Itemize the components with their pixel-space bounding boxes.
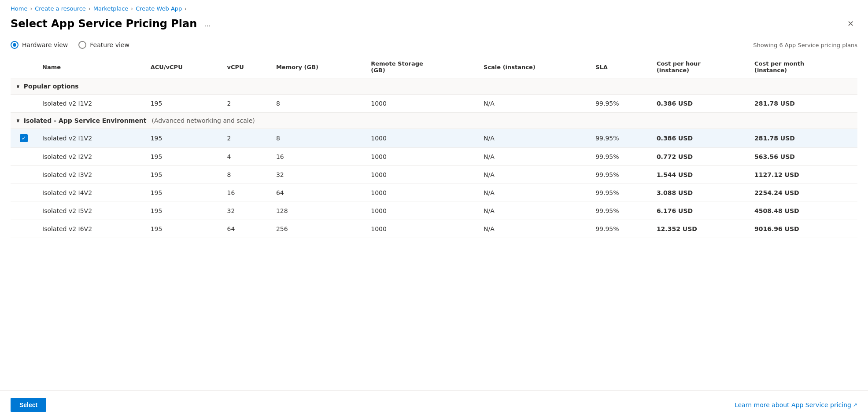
cell-vcpu: 2	[222, 129, 271, 148]
cell-memory: 256	[271, 220, 366, 238]
select-button[interactable]: Select	[11, 398, 46, 412]
page-title: Select App Service Pricing Plan ...	[11, 18, 213, 30]
cell-memory: 64	[271, 184, 366, 202]
col-acu: ACU/vCPU	[145, 56, 222, 78]
table-row[interactable]: Isolated v2 I6V2195642561000N/A99.95%12.…	[11, 220, 857, 238]
cell-acu: 195	[145, 166, 222, 184]
cell-acu: 195	[145, 148, 222, 166]
close-button[interactable]: ✕	[844, 17, 857, 30]
feature-view-option[interactable]: Feature view	[78, 41, 129, 49]
table-body: ∨Popular optionsIsolated v2 I1V219528100…	[11, 78, 857, 238]
view-toggle-row: Hardware view Feature view Showing 6 App…	[0, 37, 868, 56]
cell-cost-hour: 3.088 USD	[651, 184, 749, 202]
cell-remote-storage: 1000	[366, 148, 478, 166]
cell-memory: 128	[271, 202, 366, 220]
cell-cost-month: 281.78 USD	[749, 129, 857, 148]
cell-acu: 195	[145, 202, 222, 220]
cell-vcpu: 8	[222, 166, 271, 184]
ellipsis-button[interactable]: ...	[201, 18, 213, 29]
cell-cost-month: 1127.12 USD	[749, 166, 857, 184]
row-checkbox-1-2[interactable]	[11, 166, 37, 184]
table-row[interactable]: Isolated v2 I4V219516641000N/A99.95%3.08…	[11, 184, 857, 202]
row-checkbox-1-3[interactable]	[11, 184, 37, 202]
section-header-popular: ∨Popular options	[11, 78, 857, 95]
page-title-text: Select App Service Pricing Plan	[11, 18, 197, 30]
row-checkbox-0-0[interactable]	[11, 95, 37, 113]
cell-sla: 99.95%	[590, 220, 651, 238]
cell-memory: 8	[271, 129, 366, 148]
breadcrumb-sep-4: ›	[185, 6, 187, 12]
cell-vcpu: 32	[222, 202, 271, 220]
cell-scale: N/A	[478, 166, 590, 184]
row-checkbox-1-0[interactable]: ✓	[11, 129, 37, 148]
cell-scale: N/A	[478, 95, 590, 113]
breadcrumb-sep-2: ›	[89, 6, 91, 12]
table-row[interactable]: ✓Isolated v2 I1V2195281000N/A99.95%0.386…	[11, 129, 857, 148]
breadcrumb-create-web-app[interactable]: Create Web App	[136, 5, 182, 12]
row-checkbox-1-5[interactable]	[11, 220, 37, 238]
cell-acu: 195	[145, 184, 222, 202]
col-cost-hour: Cost per hour(instance)	[651, 56, 749, 78]
table-header: Name ACU/vCPU vCPU Memory (GB) Remote St…	[11, 56, 857, 78]
breadcrumb-create-resource[interactable]: Create a resource	[35, 5, 86, 12]
breadcrumb-sep-1: ›	[30, 6, 32, 12]
section-subtitle-isolated: (Advanced networking and scale)	[151, 117, 255, 124]
table-row[interactable]: Isolated v2 I3V21958321000N/A99.95%1.544…	[11, 166, 857, 184]
cell-sla: 99.95%	[590, 184, 651, 202]
cell-scale: N/A	[478, 202, 590, 220]
table-row[interactable]: Isolated v2 I1V2195281000N/A99.95%0.386 …	[11, 95, 857, 113]
cell-scale: N/A	[478, 148, 590, 166]
hardware-view-label: Hardware view	[22, 41, 68, 48]
cell-name: Isolated v2 I2V2	[37, 148, 145, 166]
section-label-isolated: Isolated - App Service Environment	[24, 117, 147, 124]
feature-view-radio[interactable]	[78, 41, 86, 49]
cell-sla: 99.95%	[590, 95, 651, 113]
table-header-row: Name ACU/vCPU vCPU Memory (GB) Remote St…	[11, 56, 857, 78]
section-chevron-isolated[interactable]: ∨	[16, 118, 20, 124]
cell-vcpu: 4	[222, 148, 271, 166]
pricing-table-container: Name ACU/vCPU vCPU Memory (GB) Remote St…	[0, 56, 868, 238]
page-container: Home › Create a resource › Marketplace ›…	[0, 0, 868, 419]
section-label-popular: Popular options	[24, 83, 79, 90]
breadcrumb: Home › Create a resource › Marketplace ›…	[0, 0, 868, 15]
breadcrumb-marketplace[interactable]: Marketplace	[93, 5, 129, 12]
breadcrumb-home[interactable]: Home	[11, 5, 27, 12]
cell-cost-hour: 12.352 USD	[651, 220, 749, 238]
learn-more-link[interactable]: Learn more about App Service pricing ↗	[735, 401, 857, 408]
showing-count: Showing 6 App Service pricing plans	[753, 42, 857, 48]
cell-memory: 32	[271, 166, 366, 184]
cell-cost-hour: 0.386 USD	[651, 95, 749, 113]
checkbox-checked-icon: ✓	[20, 134, 28, 142]
cell-acu: 195	[145, 129, 222, 148]
cell-sla: 99.95%	[590, 129, 651, 148]
hardware-view-option[interactable]: Hardware view	[11, 41, 68, 49]
header: Select App Service Pricing Plan ... ✕	[0, 15, 868, 37]
cell-cost-month: 281.78 USD	[749, 95, 857, 113]
cell-scale: N/A	[478, 220, 590, 238]
cell-memory: 16	[271, 148, 366, 166]
cell-sla: 99.95%	[590, 202, 651, 220]
cell-name: Isolated v2 I5V2	[37, 202, 145, 220]
section-chevron-popular[interactable]: ∨	[16, 83, 20, 89]
cell-name: Isolated v2 I1V2	[37, 95, 145, 113]
cell-scale: N/A	[478, 184, 590, 202]
learn-more-text: Learn more about App Service pricing	[735, 401, 851, 408]
cell-name: Isolated v2 I1V2	[37, 129, 145, 148]
col-remote-storage: Remote Storage(GB)	[366, 56, 478, 78]
col-name: Name	[37, 56, 145, 78]
cell-cost-month: 2254.24 USD	[749, 184, 857, 202]
row-checkbox-1-1[interactable]	[11, 148, 37, 166]
section-header-isolated: ∨Isolated - App Service Environment (Adv…	[11, 113, 857, 129]
cell-remote-storage: 1000	[366, 184, 478, 202]
col-scale: Scale (instance)	[478, 56, 590, 78]
cell-remote-storage: 1000	[366, 202, 478, 220]
table-row[interactable]: Isolated v2 I2V21954161000N/A99.95%0.772…	[11, 148, 857, 166]
external-link-icon: ↗	[853, 402, 857, 408]
col-checkbox	[11, 56, 37, 78]
table-row[interactable]: Isolated v2 I5V2195321281000N/A99.95%6.1…	[11, 202, 857, 220]
row-checkbox-1-4[interactable]	[11, 202, 37, 220]
hardware-view-radio[interactable]	[11, 41, 18, 49]
pricing-table: Name ACU/vCPU vCPU Memory (GB) Remote St…	[11, 56, 857, 238]
cell-acu: 195	[145, 95, 222, 113]
section-header-cell-isolated: ∨Isolated - App Service Environment (Adv…	[11, 113, 857, 129]
